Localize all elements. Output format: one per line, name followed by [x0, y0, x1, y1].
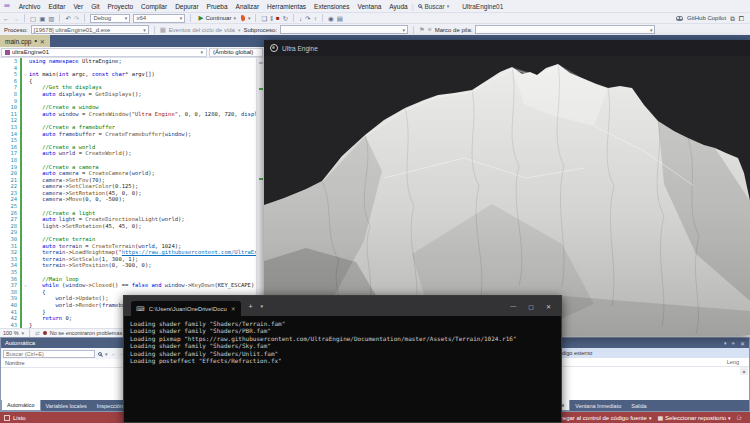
outline-gutter[interactable]	[22, 190, 29, 197]
step-out-button[interactable]: ↑	[314, 14, 317, 23]
immediate-button[interactable]: ▤	[337, 14, 343, 23]
autos-column-nombre[interactable]: Nombre	[5, 360, 25, 366]
outline-gutter[interactable]	[22, 131, 29, 138]
lifecycle-events-label[interactable]: Eventos del ciclo de vida	[169, 27, 235, 33]
add-source-control-button[interactable]: ↑ Agregar al control de código fuente ▾	[548, 415, 651, 421]
tab-variables-locales[interactable]: Variables locales	[41, 400, 92, 411]
terminal-maximize-button[interactable]: ▢	[528, 303, 534, 310]
terminal-output[interactable]: Loading shader family "Shaders/Terrain.f…	[124, 316, 561, 368]
outline-gutter[interactable]	[22, 196, 29, 203]
outline-gutter[interactable]	[22, 78, 29, 85]
redo-button[interactable]: ↷	[74, 14, 79, 23]
break-all-button[interactable]: ‖	[270, 14, 273, 23]
outline-gutter[interactable]	[22, 276, 29, 283]
code-editor[interactable]: 3using namespace UltraEngine;45˅int main…	[0, 58, 256, 328]
scroll-up-arrow[interactable]: ▲	[740, 367, 748, 375]
outline-gutter[interactable]: ˅	[22, 71, 29, 78]
outline-gutter[interactable]	[22, 210, 29, 217]
stack-icon[interactable]: ≡	[428, 25, 432, 34]
outline-gutter[interactable]	[22, 124, 29, 131]
outline-gutter[interactable]	[22, 91, 29, 98]
outline-gutter[interactable]	[22, 236, 29, 243]
outline-gutter[interactable]	[22, 315, 29, 322]
step-over-button[interactable]: ↷	[305, 14, 310, 23]
outline-gutter[interactable]	[22, 84, 29, 91]
breakpoints-button[interactable]: ◉	[328, 14, 334, 23]
tab-ventana-inmediato[interactable]: Ventana Inmediato	[570, 400, 626, 411]
terminal-close-button[interactable]: ✕	[546, 303, 551, 310]
outline-gutter[interactable]	[22, 243, 29, 250]
outline-gutter[interactable]	[22, 256, 29, 263]
outline-gutter[interactable]	[22, 137, 29, 144]
save-button[interactable]: ▣	[39, 14, 45, 23]
outline-gutter[interactable]	[22, 117, 29, 124]
outline-gutter[interactable]	[22, 177, 29, 184]
outline-gutter[interactable]	[22, 262, 29, 269]
save-all-button[interactable]: ▥	[48, 14, 54, 23]
undo-button[interactable]: ↶	[65, 14, 70, 23]
continue-button[interactable]: ▶ Continuar ▾	[196, 14, 238, 22]
pin-icon[interactable]: ⌖	[732, 340, 735, 347]
ultra-engine-titlebar[interactable]: Ultra Engine	[264, 40, 750, 56]
outline-gutter[interactable]	[22, 58, 29, 65]
panel-close-icon[interactable]: ✕	[740, 340, 745, 347]
tab-main-cpp[interactable]: main.cpp • ✕	[0, 35, 50, 47]
outline-gutter[interactable]	[22, 98, 29, 105]
nav-forward-button[interactable]: →	[13, 14, 20, 23]
notifications-icon[interactable]: ⧠	[739, 14, 744, 23]
outline-gutter[interactable]	[22, 170, 29, 177]
global-scope-dropdown[interactable]: (Ámbito global)	[209, 48, 263, 57]
outline-gutter[interactable]	[22, 111, 29, 118]
new-tab-button[interactable]: +	[249, 303, 253, 310]
platform-dropdown[interactable]: x64▾	[133, 14, 185, 23]
outline-gutter[interactable]	[22, 183, 29, 190]
tab-dropdown-icon[interactable]: ▾	[261, 303, 264, 309]
outline-gutter[interactable]	[22, 302, 29, 309]
menu-depurar[interactable]: Depurar	[171, 3, 202, 10]
outline-gutter[interactable]	[22, 289, 29, 296]
project-scope-dropdown[interactable]: ultraEngine01 ▾	[1, 48, 207, 57]
terminal-tab-close-icon[interactable]: ✕	[231, 306, 236, 312]
send-feedback-icon[interactable]: ⧉	[730, 14, 735, 23]
process-dropdown[interactable]: [19678] ultraEngine01_d.exe▾	[31, 25, 149, 34]
menu-editar[interactable]: Editar	[44, 3, 69, 10]
outline-gutter[interactable]	[22, 229, 29, 236]
notifications-bell-icon[interactable]: ⚆	[737, 414, 742, 421]
configuration-dropdown[interactable]: Debug▾	[90, 14, 130, 23]
outline-gutter[interactable]: ˅	[22, 282, 29, 289]
nav-back-button[interactable]: ←	[3, 14, 10, 23]
new-file-button[interactable]: ▢	[30, 14, 36, 23]
outline-gutter[interactable]	[22, 157, 29, 164]
terminal-titlebar[interactable]: ⌨ C:\Users\Juan\OneDrive\Docu ✕ + ▾ — ▢ …	[124, 296, 561, 316]
outline-gutter[interactable]	[22, 65, 29, 72]
stop-debug-button[interactable]: ■	[276, 15, 280, 21]
outline-gutter[interactable]	[22, 104, 29, 111]
outline-gutter[interactable]	[22, 295, 29, 302]
menu-compilar[interactable]: Compilar	[137, 3, 171, 10]
menu-extensiones[interactable]: Extensiones	[310, 3, 353, 10]
terrain-viewport[interactable]	[264, 56, 750, 335]
github-copilot-label[interactable]: GitHub Copilot	[687, 15, 726, 21]
outline-gutter[interactable]	[22, 269, 29, 276]
autos-search-input[interactable]	[3, 350, 95, 358]
hot-reload-icon[interactable]	[240, 15, 245, 22]
outline-gutter[interactable]	[22, 164, 29, 171]
outline-gutter[interactable]	[22, 203, 29, 210]
outline-gutter[interactable]	[22, 144, 29, 151]
outline-gutter[interactable]	[22, 223, 29, 230]
menu-analizar[interactable]: Analizar	[232, 3, 263, 10]
outline-gutter[interactable]	[22, 309, 29, 316]
outline-gutter[interactable]	[22, 150, 29, 157]
tab-close-icon[interactable]: ✕	[40, 38, 45, 45]
stackframe-dropdown[interactable]: ▾	[475, 25, 655, 34]
github-copilot-icon[interactable]	[676, 16, 683, 21]
editor-scrollbar[interactable]	[256, 58, 264, 328]
search-prev-icon[interactable]: ←	[111, 351, 117, 357]
outline-gutter[interactable]	[22, 216, 29, 223]
restart-button[interactable]: ↻	[283, 14, 288, 23]
menu-ver[interactable]: Ver	[69, 3, 87, 10]
step-into-button[interactable]: ↓	[299, 14, 302, 23]
menu-git[interactable]: Git	[87, 3, 103, 10]
language-column[interactable]: Leng	[727, 359, 739, 365]
tab-autom-tico[interactable]: Automático	[1, 400, 41, 411]
